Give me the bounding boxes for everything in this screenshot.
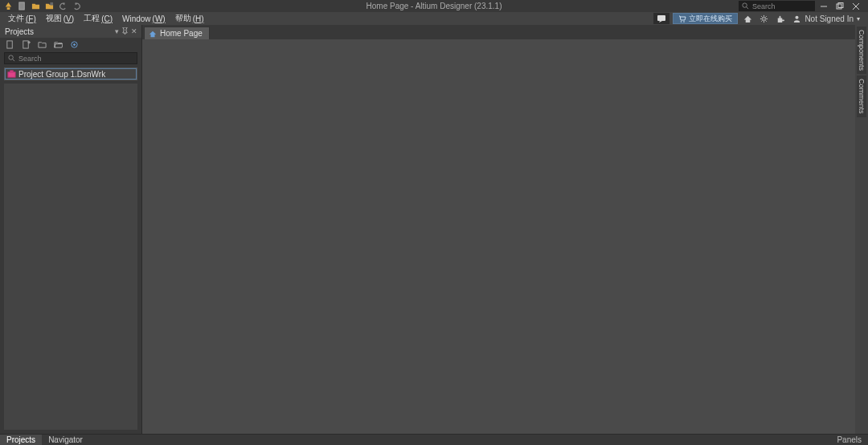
tree-root-label: Project Group 1.DsnWrk	[18, 70, 105, 79]
new-doc-icon[interactable]	[5, 39, 14, 49]
panel-header-buttons: ▾ ✕	[115, 27, 137, 35]
workspace-icon	[7, 70, 16, 79]
projects-panel-body	[4, 84, 137, 430]
svg-rect-6	[838, 2, 843, 7]
projects-tree: Project Group 1.DsnWrk	[4, 67, 137, 80]
compile-icon[interactable]	[69, 39, 79, 49]
search-icon	[8, 55, 15, 62]
home-icon-button[interactable]	[741, 13, 754, 24]
projects-panel: Projects ▾ ✕	[0, 25, 142, 434]
folder-icon[interactable]	[37, 39, 47, 49]
svg-point-11	[684, 21, 686, 22]
bottom-tab-projects[interactable]: Projects	[0, 435, 42, 446]
svg-rect-9	[657, 15, 665, 21]
titlebar-quick-access	[0, 1, 82, 11]
menu-bar: 文件(F) 视图(V) 工程(C) Window(W) 帮助(H) 立即在线购买	[0, 12, 868, 25]
menubar-right: 立即在线购买 Not Signed In ▾	[653, 13, 868, 24]
user-icon	[792, 14, 801, 23]
svg-rect-1	[50, 2, 53, 6]
document-area: Home Page	[142, 25, 855, 434]
extensions-icon-button[interactable]	[773, 13, 786, 24]
svg-point-27	[73, 43, 76, 46]
new-file-icon[interactable]	[17, 1, 27, 11]
svg-point-10	[681, 21, 682, 22]
projects-panel-title: Projects	[5, 27, 115, 36]
projects-panel-header: Projects ▾ ✕	[0, 25, 141, 38]
undo-icon[interactable]	[58, 1, 68, 11]
notification-button[interactable]	[653, 13, 669, 24]
svg-line-3	[746, 6, 748, 9]
buy-now-button[interactable]: 立即在线购买	[673, 13, 738, 24]
maximize-button[interactable]	[833, 1, 847, 11]
menu-window[interactable]: Window(W)	[117, 12, 170, 25]
panel-pin-icon[interactable]	[122, 27, 128, 35]
panel-close-icon[interactable]: ✕	[131, 27, 137, 35]
global-search-input[interactable]: Search	[739, 1, 815, 11]
svg-line-18	[765, 20, 766, 21]
svg-point-12	[763, 17, 766, 20]
main-area: Projects ▾ ✕	[0, 25, 868, 434]
svg-rect-23	[23, 40, 27, 47]
projects-search-input[interactable]: Search	[4, 52, 137, 64]
cart-icon	[678, 15, 686, 22]
svg-line-29	[12, 59, 14, 61]
svg-rect-31	[10, 70, 14, 71]
titlebar-right: Search	[739, 1, 868, 11]
menu-help[interactable]: 帮助(H)	[170, 12, 209, 25]
svg-line-19	[765, 16, 766, 17]
panels-button[interactable]: Panels	[830, 435, 868, 444]
vtab-comments[interactable]: Comments	[857, 76, 866, 117]
menubar-items: 文件(F) 视图(V) 工程(C) Window(W) 帮助(H)	[0, 12, 209, 25]
svg-point-21	[796, 15, 799, 18]
tab-home-page[interactable]: Home Page	[144, 27, 210, 39]
signin-caret: ▾	[857, 15, 860, 22]
title-bar: Home Page - Altium Designer (23.1.1) Sea…	[0, 0, 868, 12]
close-button[interactable]	[849, 1, 863, 11]
svg-rect-22	[6, 40, 11, 47]
search-placeholder: Search	[752, 2, 776, 10]
minimize-button[interactable]	[817, 1, 831, 11]
app-logo-icon	[3, 1, 14, 11]
document-body	[142, 39, 855, 434]
bottom-bar: Projects Navigator Panels	[0, 434, 868, 445]
document-tabs: Home Page	[142, 25, 855, 39]
home-icon	[149, 30, 157, 38]
signin-button[interactable]: Not Signed In ▾	[789, 14, 863, 23]
projects-search-placeholder: Search	[18, 55, 42, 63]
tab-home-label: Home Page	[160, 29, 203, 38]
right-sidebar: Components Comments	[855, 25, 868, 434]
menu-file[interactable]: 文件(F)	[3, 12, 41, 25]
buy-now-label: 立即在线购买	[689, 14, 732, 24]
svg-rect-5	[837, 4, 841, 9]
open-folder-icon[interactable]	[31, 1, 41, 11]
menu-view[interactable]: 视图(V)	[41, 12, 79, 25]
vtab-components[interactable]: Components	[857, 27, 866, 74]
tree-root-item[interactable]: Project Group 1.DsnWrk	[5, 68, 137, 80]
new-doc-plus-icon[interactable]	[21, 39, 31, 49]
svg-line-20	[761, 20, 762, 21]
svg-rect-30	[8, 71, 15, 76]
svg-rect-0	[19, 2, 24, 10]
svg-line-17	[761, 16, 762, 17]
signin-label: Not Signed In	[805, 14, 854, 23]
bottom-tab-navigator[interactable]: Navigator	[42, 435, 89, 446]
window-title: Home Page - Altium Designer (23.1.1)	[366, 2, 502, 10]
save-icon[interactable]	[44, 1, 55, 11]
settings-icon-button[interactable]	[757, 13, 770, 24]
menu-project[interactable]: 工程(C)	[79, 12, 117, 25]
panel-dropdown-icon[interactable]: ▾	[115, 27, 119, 35]
projects-toolbar	[0, 38, 141, 51]
folder-open-icon[interactable]	[53, 39, 63, 49]
search-icon	[742, 2, 749, 10]
redo-icon[interactable]	[72, 1, 82, 11]
